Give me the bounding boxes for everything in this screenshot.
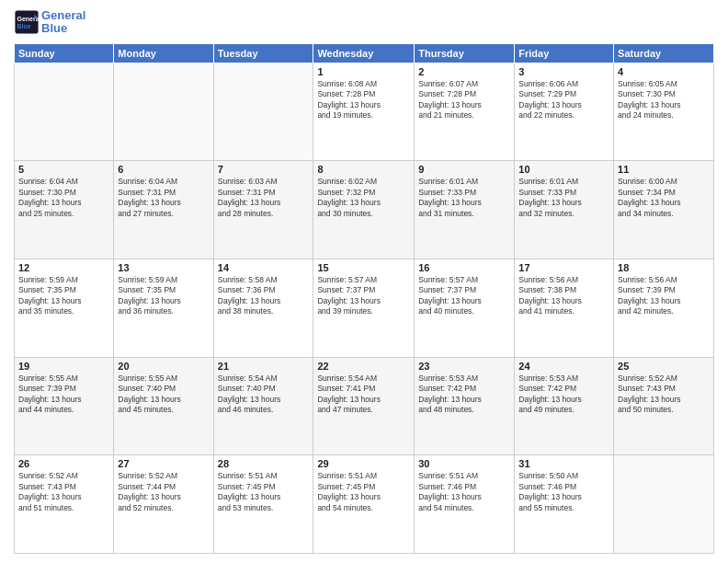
day-info: Sunrise: 5:52 AM Sunset: 7:43 PM Dayligh… [18,471,109,513]
day-number: 31 [518,458,609,469]
day-number: 14 [218,262,310,273]
day-info: Sunrise: 6:08 AM Sunset: 7:28 PM Dayligh… [317,79,410,121]
calendar-cell: 21Sunrise: 5:54 AM Sunset: 7:40 PM Dayli… [213,357,313,455]
day-number: 6 [118,164,209,175]
day-info: Sunrise: 5:52 AM Sunset: 7:43 PM Dayligh… [618,373,710,416]
logo: General Blue GeneralBlue [14,9,85,36]
calendar-cell: 30Sunrise: 5:51 AM Sunset: 7:46 PM Dayli… [415,455,515,554]
day-info: Sunrise: 5:59 AM Sunset: 7:35 PM Dayligh… [18,275,109,317]
day-number: 11 [618,164,710,175]
day-info: Sunrise: 6:00 AM Sunset: 7:34 PM Dayligh… [618,177,710,219]
day-info: Sunrise: 6:01 AM Sunset: 7:33 PM Dayligh… [418,177,510,219]
logo-text: GeneralBlue [41,9,85,36]
day-number: 17 [518,262,609,273]
day-number: 21 [218,361,310,372]
calendar-cell [114,63,213,161]
day-number: 29 [317,458,410,469]
calendar-cell: 6Sunrise: 6:04 AM Sunset: 7:31 PM Daylig… [114,161,213,259]
calendar-cell: 12Sunrise: 5:59 AM Sunset: 7:35 PM Dayli… [15,259,114,357]
day-info: Sunrise: 5:53 AM Sunset: 7:42 PM Dayligh… [418,373,510,416]
day-number: 5 [18,164,109,175]
calendar-cell: 1Sunrise: 6:08 AM Sunset: 7:28 PM Daylig… [313,63,415,161]
calendar-cell: 3Sunrise: 6:06 AM Sunset: 7:29 PM Daylig… [515,63,614,161]
day-info: Sunrise: 6:04 AM Sunset: 7:31 PM Dayligh… [118,177,209,219]
calendar-cell: 15Sunrise: 5:57 AM Sunset: 7:37 PM Dayli… [313,259,415,357]
calendar-cell: 14Sunrise: 5:58 AM Sunset: 7:36 PM Dayli… [213,259,313,357]
day-info: Sunrise: 5:51 AM Sunset: 7:45 PM Dayligh… [317,471,410,513]
day-number: 27 [118,458,209,469]
calendar-cell: 2Sunrise: 6:07 AM Sunset: 7:28 PM Daylig… [415,63,515,161]
day-number: 8 [317,164,410,175]
day-number: 9 [418,164,510,175]
day-info: Sunrise: 5:59 AM Sunset: 7:35 PM Dayligh… [118,275,209,317]
day-number: 1 [317,66,410,77]
calendar-week-5: 26Sunrise: 5:52 AM Sunset: 7:43 PM Dayli… [15,455,714,554]
day-number: 24 [518,361,609,372]
calendar-cell: 9Sunrise: 6:01 AM Sunset: 7:33 PM Daylig… [415,161,515,259]
weekday-header-saturday: Saturday [614,43,714,63]
calendar-cell: 27Sunrise: 5:52 AM Sunset: 7:44 PM Dayli… [114,455,213,554]
day-info: Sunrise: 5:57 AM Sunset: 7:37 PM Dayligh… [418,275,510,317]
calendar-cell: 25Sunrise: 5:52 AM Sunset: 7:43 PM Dayli… [614,357,714,455]
day-number: 19 [18,361,109,372]
day-number: 28 [218,458,310,469]
day-number: 23 [418,361,510,372]
day-info: Sunrise: 5:54 AM Sunset: 7:40 PM Dayligh… [218,373,310,416]
day-number: 15 [317,262,410,273]
weekday-header-thursday: Thursday [415,43,515,63]
header: General Blue GeneralBlue [14,9,714,36]
day-number: 2 [418,66,510,77]
calendar-cell: 19Sunrise: 5:55 AM Sunset: 7:39 PM Dayli… [15,357,114,455]
weekday-header-tuesday: Tuesday [213,43,313,63]
calendar-cell: 11Sunrise: 6:00 AM Sunset: 7:34 PM Dayli… [614,161,714,259]
calendar-cell: 5Sunrise: 6:04 AM Sunset: 7:30 PM Daylig… [15,161,114,259]
day-number: 3 [518,66,609,77]
day-number: 18 [618,262,710,273]
calendar-table: SundayMondayTuesdayWednesdayThursdayFrid… [14,43,714,554]
day-info: Sunrise: 5:55 AM Sunset: 7:40 PM Dayligh… [118,373,209,416]
calendar-cell [15,63,114,161]
calendar-cell: 31Sunrise: 5:50 AM Sunset: 7:46 PM Dayli… [515,455,614,554]
day-number: 4 [618,66,710,77]
day-info: Sunrise: 6:05 AM Sunset: 7:30 PM Dayligh… [618,79,710,121]
day-number: 20 [118,361,209,372]
calendar-cell: 17Sunrise: 5:56 AM Sunset: 7:38 PM Dayli… [515,259,614,357]
day-number: 10 [518,164,609,175]
calendar-cell: 7Sunrise: 6:03 AM Sunset: 7:31 PM Daylig… [213,161,313,259]
calendar-cell: 28Sunrise: 5:51 AM Sunset: 7:45 PM Dayli… [213,455,313,554]
weekday-header-row: SundayMondayTuesdayWednesdayThursdayFrid… [15,43,714,63]
calendar-cell: 13Sunrise: 5:59 AM Sunset: 7:35 PM Dayli… [114,259,213,357]
day-info: Sunrise: 5:57 AM Sunset: 7:37 PM Dayligh… [317,275,410,317]
day-number: 26 [18,458,109,469]
day-info: Sunrise: 6:03 AM Sunset: 7:31 PM Dayligh… [218,177,310,219]
calendar-page: General Blue GeneralBlue SundayMondayTue… [0,0,728,563]
day-number: 13 [118,262,209,273]
calendar-week-1: 1Sunrise: 6:08 AM Sunset: 7:28 PM Daylig… [15,63,714,161]
day-info: Sunrise: 5:53 AM Sunset: 7:42 PM Dayligh… [518,373,609,416]
day-number: 25 [618,361,710,372]
weekday-header-wednesday: Wednesday [313,43,415,63]
day-info: Sunrise: 6:02 AM Sunset: 7:32 PM Dayligh… [317,177,410,219]
calendar-cell: 23Sunrise: 5:53 AM Sunset: 7:42 PM Dayli… [415,357,515,455]
calendar-week-4: 19Sunrise: 5:55 AM Sunset: 7:39 PM Dayli… [15,357,714,455]
calendar-cell: 22Sunrise: 5:54 AM Sunset: 7:41 PM Dayli… [313,357,415,455]
weekday-header-friday: Friday [515,43,614,63]
calendar-cell: 8Sunrise: 6:02 AM Sunset: 7:32 PM Daylig… [313,161,415,259]
day-number: 16 [418,262,510,273]
calendar-cell: 29Sunrise: 5:51 AM Sunset: 7:45 PM Dayli… [313,455,415,554]
calendar-cell: 10Sunrise: 6:01 AM Sunset: 7:33 PM Dayli… [515,161,614,259]
day-info: Sunrise: 6:07 AM Sunset: 7:28 PM Dayligh… [418,79,510,121]
day-info: Sunrise: 5:50 AM Sunset: 7:46 PM Dayligh… [518,471,609,513]
calendar-week-3: 12Sunrise: 5:59 AM Sunset: 7:35 PM Dayli… [15,259,714,357]
calendar-cell: 24Sunrise: 5:53 AM Sunset: 7:42 PM Dayli… [515,357,614,455]
calendar-week-2: 5Sunrise: 6:04 AM Sunset: 7:30 PM Daylig… [15,161,714,259]
calendar-cell: 26Sunrise: 5:52 AM Sunset: 7:43 PM Dayli… [15,455,114,554]
weekday-header-monday: Monday [114,43,213,63]
day-number: 22 [317,361,410,372]
calendar-cell: 16Sunrise: 5:57 AM Sunset: 7:37 PM Dayli… [415,259,515,357]
day-info: Sunrise: 5:58 AM Sunset: 7:36 PM Dayligh… [218,275,310,317]
calendar-cell: 4Sunrise: 6:05 AM Sunset: 7:30 PM Daylig… [614,63,714,161]
day-info: Sunrise: 5:51 AM Sunset: 7:45 PM Dayligh… [218,471,310,513]
day-info: Sunrise: 5:52 AM Sunset: 7:44 PM Dayligh… [118,471,209,513]
day-number: 7 [218,164,310,175]
